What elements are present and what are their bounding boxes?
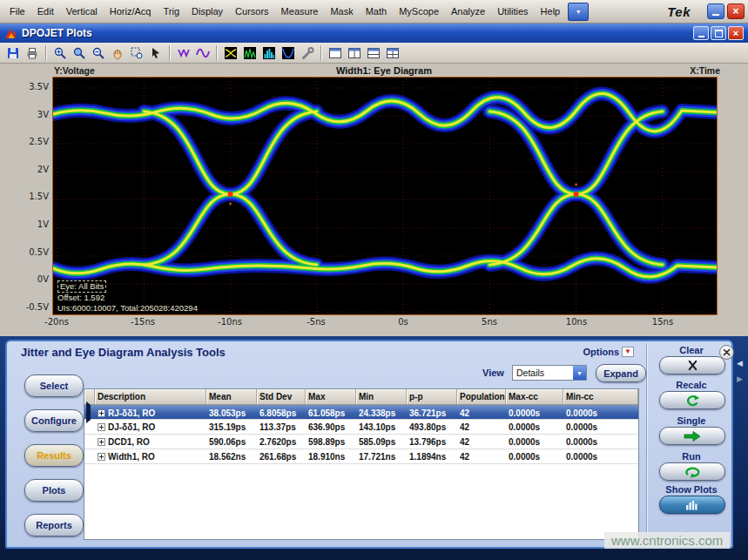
menu-file[interactable]: File [3, 3, 31, 20]
window-title: DPOJET Plots [22, 27, 691, 39]
layout-grid-icon[interactable] [383, 44, 402, 62]
menu-horiz-acq[interactable]: Horiz/Acq [104, 3, 158, 20]
plot-title: Width1: Eye Diagram [52, 65, 716, 76]
minimize-icon [698, 36, 704, 37]
y-tick: 0.5V [12, 247, 49, 257]
dock-arrow-left-icon[interactable]: ◀ [737, 359, 743, 368]
dropdown-glyph: ▼ [576, 370, 583, 376]
maximize-icon [715, 30, 723, 37]
menu-help[interactable]: Help [535, 3, 567, 20]
tek-logo: Tek [667, 4, 691, 19]
menu-vertical[interactable]: Vertical [60, 3, 104, 20]
analysis-panel: Jitter and Eye Diagram Analysis Tools Op… [5, 340, 733, 549]
run-button[interactable] [659, 462, 725, 481]
layout-single-icon[interactable] [326, 44, 345, 62]
wrench-icon[interactable] [298, 44, 317, 62]
y-tick: 1V [12, 219, 49, 229]
chevron-down-icon[interactable]: ▼ [573, 366, 586, 380]
expand-row-icon[interactable] [98, 423, 105, 431]
menu-overflow-button[interactable]: ▼ [568, 3, 589, 21]
menu-analyze[interactable]: Analyze [445, 3, 491, 20]
select-button[interactable]: Select [24, 374, 84, 397]
recalc-button[interactable] [659, 391, 725, 409]
view-label: View [482, 368, 504, 378]
waveform-cursor-icon[interactable] [193, 44, 212, 62]
app-minimize-button[interactable] [707, 3, 724, 19]
y-tick: -0.5V [12, 302, 49, 312]
x-tick: 5ns [470, 317, 509, 327]
y-tick: 2V [12, 165, 49, 174]
expand-row-icon[interactable] [98, 438, 105, 446]
dock-arrow-right-icon[interactable]: ▶ [737, 374, 743, 383]
col-mincc: Min-cc [563, 389, 638, 404]
clear-x-icon [686, 360, 699, 371]
table-row[interactable]: RJ-δδ1, RO 38.053ps 6.8058ps 61.058ps 24… [84, 405, 638, 420]
panel-divider [646, 343, 647, 545]
zoom-area-icon[interactable] [127, 44, 146, 62]
plot-readout: Eye: All Bits Offset: 1.592 UIs:6000:100… [57, 280, 198, 314]
app-close-button[interactable]: × [727, 3, 745, 19]
plot-close-button[interactable]: × [728, 26, 744, 40]
run-loop-icon [684, 466, 701, 478]
print-icon[interactable] [23, 44, 42, 62]
eye-plot-icon[interactable] [221, 44, 240, 62]
plot-maximize-button[interactable] [711, 26, 726, 40]
view-dropdown[interactable]: Details ▼ [512, 365, 587, 381]
menu-edit[interactable]: Edit [31, 3, 60, 20]
zoom-out-icon[interactable] [89, 44, 108, 62]
menu-measure[interactable]: Measure [275, 3, 325, 20]
y-tick: 0V [12, 274, 49, 284]
clear-button[interactable] [659, 356, 725, 374]
menu-trig[interactable]: Trig [157, 3, 185, 20]
recalc-icon [684, 395, 700, 407]
table-row[interactable]: DCD1, RO 590.06ps 2.7620ps 598.89ps 585.… [84, 435, 638, 449]
menu-myscope[interactable]: MyScope [393, 3, 445, 20]
menu-utilities[interactable]: Utilities [491, 3, 534, 20]
histogram-plot-icon[interactable] [259, 44, 279, 62]
col-stddev: Std Dev [257, 389, 306, 404]
reports-button[interactable]: Reports [24, 514, 84, 536]
options-button[interactable]: Options ▼ [583, 347, 634, 357]
expand-row-icon[interactable] [98, 453, 105, 461]
options-arrow-icon: ▼ [622, 347, 634, 357]
table-row[interactable]: Width1, RO 18.562ns 261.68ps 18.910ns 17… [84, 449, 638, 464]
close-icon: × [732, 6, 738, 17]
show-plots-button[interactable] [659, 496, 725, 514]
pan-hand-icon[interactable] [108, 44, 127, 62]
single-button[interactable] [659, 427, 725, 445]
panel-close-button[interactable] [719, 345, 734, 360]
cursor-icon[interactable] [146, 44, 165, 62]
configure-button[interactable]: Configure [24, 409, 84, 432]
y-tick: 1.5V [12, 192, 49, 201]
col-min: Min [356, 389, 407, 404]
x-tick: 0s [384, 317, 422, 327]
close-icon: × [733, 29, 738, 38]
eye-diagram-canvas[interactable] [52, 77, 718, 315]
results-button[interactable]: Results [24, 444, 84, 467]
dpojet-title-bar[interactable]: DPOJET Plots × [0, 24, 748, 43]
menu-mask[interactable]: Mask [324, 3, 359, 20]
zoom-icon[interactable] [70, 44, 89, 62]
menu-display[interactable]: Display [185, 3, 229, 20]
x-tick: 15ns [644, 317, 682, 327]
col-mean: Mean [206, 389, 257, 404]
zoom-in-icon[interactable] [51, 44, 70, 62]
minimize-icon [712, 14, 719, 16]
x-tick: -5ns [297, 317, 335, 327]
plots-button[interactable]: Plots [24, 479, 84, 502]
menu-math[interactable]: Math [360, 3, 393, 20]
expand-row-icon[interactable] [98, 409, 105, 417]
vertical-cursors-icon[interactable] [174, 44, 193, 62]
layout-columns-icon[interactable] [345, 44, 364, 62]
spectrum-plot-icon[interactable] [240, 44, 259, 62]
table-row[interactable]: DJ-δδ1, RO 315.19ps 113.37ps 636.90ps 14… [84, 420, 638, 435]
expand-button[interactable]: Expand [596, 364, 646, 382]
save-icon[interactable] [3, 44, 23, 62]
bathtub-plot-icon[interactable] [279, 44, 298, 62]
uis-readout: UIs:6000:10007, Total:205028:420294 [57, 303, 198, 314]
layout-rows-icon[interactable] [364, 44, 383, 62]
plot-minimize-button[interactable] [693, 26, 709, 40]
menu-cursors[interactable]: Cursors [229, 3, 275, 20]
col-max: Max [306, 389, 356, 404]
y-tick: 2.5V [12, 137, 49, 146]
